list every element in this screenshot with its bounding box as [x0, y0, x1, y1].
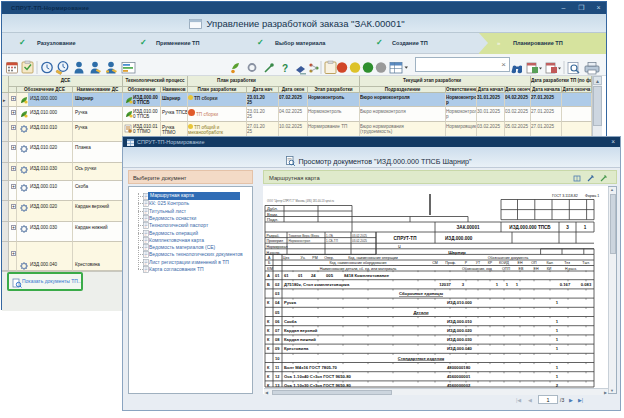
svg-text:Шарнир: Шарнир — [448, 250, 466, 255]
svg-text:Ч: Ч — [398, 244, 401, 249]
svg-text:Форма 1: Форма 1 — [585, 194, 599, 198]
svg-text:4560000001: 4560000001 — [447, 374, 471, 379]
svg-text:0.083: 0.083 — [581, 282, 592, 287]
svg-text:Наименование детали, сб. ед. и: Наименование детали, сб. ед. или материа… — [320, 267, 397, 271]
svg-text:КОИД: КОИД — [499, 261, 509, 265]
svg-text:Код, наименование операции: Код, наименование операции — [348, 256, 397, 260]
svg-text:12: 12 — [275, 374, 280, 379]
svg-text:1: 1 — [584, 225, 587, 230]
svg-text:Тпз: Тпз — [564, 261, 570, 265]
svg-text:Н.контр.: Н.контр. — [267, 251, 281, 255]
svg-text:ИЗД.000.010: ИЗД.000.010 — [447, 319, 473, 324]
svg-text:03.02.2025: 03.02.2025 — [352, 234, 367, 238]
svg-text:ИЗД.000.000: ИЗД.000.000 — [445, 236, 473, 241]
svg-text:06: 06 — [275, 319, 280, 324]
svg-text:12037: 12037 — [439, 282, 451, 287]
svg-text:Опер.: Опер. — [324, 256, 334, 260]
svg-text:24: 24 — [311, 273, 316, 278]
svg-text:005: 005 — [326, 273, 334, 278]
svg-text:10: 10 — [275, 356, 280, 361]
svg-text:Цех: Цех — [283, 256, 290, 260]
svg-text:Нормировал: Нормировал — [267, 245, 288, 249]
svg-text:ЗАК.00001: ЗАК.00001 — [456, 225, 479, 230]
svg-text:04: 04 — [275, 300, 280, 305]
svg-text:Сборочные единицы: Сборочные единицы — [399, 291, 443, 296]
svg-text:03.02.2025: 03.02.2025 — [352, 239, 367, 243]
svg-text:КИ: КИ — [547, 267, 552, 271]
svg-text:ИЗД.000.000 ТПСБ: ИЗД.000.000 ТПСБ — [509, 225, 551, 230]
svg-text:1-СБ-ТП: 1-СБ-ТП — [326, 239, 338, 243]
svg-text:Уч.: Уч. — [300, 256, 305, 260]
svg-text:Обозначение документа: Обозначение документа — [488, 256, 529, 260]
svg-text:1-ОБ: 1-ОБ — [326, 234, 333, 238]
svg-text:ИЗД.000.030: ИЗД.000.030 — [447, 337, 473, 342]
svg-text:Томилов Вера (Вера: Томилов Вера (Вера — [289, 234, 320, 238]
svg-text:Стандартные изделия: Стандартные изделия — [398, 356, 445, 361]
svg-text:Ручка: Ручка — [284, 300, 297, 305]
svg-text:Проверил: Проверил — [267, 239, 284, 243]
svg-text:ИЗД.000.020: ИЗД.000.020 — [447, 328, 473, 333]
svg-text:РМ: РМ — [312, 256, 317, 260]
svg-text:ОПП: ОПП — [502, 267, 510, 271]
svg-text:09: 09 — [275, 346, 280, 351]
svg-text:8418 Комплектование: 8418 Комплектование — [344, 273, 390, 278]
svg-text:Тшт.: Тшт. — [582, 261, 589, 265]
svg-text:Крестовина: Крестовина — [284, 346, 309, 351]
svg-text:01: 01 — [275, 273, 280, 278]
svg-text:Обозначение, код: Обозначение, код — [462, 267, 493, 271]
svg-text:0.167: 0.167 — [560, 282, 571, 287]
svg-text:Д75180к, Стол комплектовщика: Д75180к, Стол комплектовщика — [284, 282, 350, 287]
svg-text:ГОСТ 3.1118-82: ГОСТ 3.1118-82 — [552, 194, 578, 198]
svg-text:03: 03 — [275, 291, 280, 296]
svg-text:Детали: Детали — [414, 310, 429, 315]
svg-text:СПРУТ-ТП: СПРУТ-ТП — [394, 236, 417, 241]
svg-text:ИЗД.000.040: ИЗД.000.040 — [447, 346, 473, 351]
svg-text:Кшт.: Кшт. — [546, 261, 553, 265]
svg-text:3: 3 — [566, 225, 569, 230]
svg-text:01: 01 — [298, 273, 303, 278]
svg-text:Взам.: Взам. — [267, 212, 278, 217]
svg-text:Н.расх.: Н.расх. — [565, 267, 577, 271]
svg-text:КР: КР — [488, 261, 493, 265]
svg-text:Ось 1-10х40 Ст3сп ГОСТ 9650-80: Ось 1-10х40 Ст3сп ГОСТ 9650-80 — [284, 374, 352, 379]
svg-text:УТ: УТ — [476, 261, 481, 265]
svg-text:05: 05 — [275, 310, 280, 315]
svg-text:Нормоконтрол: Нормоконтрол — [289, 239, 311, 243]
svg-text:Дубл.: Дубл. — [267, 206, 278, 211]
svg-text:ЕН: ЕН — [518, 261, 523, 265]
svg-text:ЕН: ЕН — [534, 267, 539, 271]
svg-text:Разраб.: Разраб. — [267, 234, 280, 238]
svg-text:61: 61 — [284, 273, 289, 278]
svg-text:СМ: СМ — [432, 261, 438, 265]
svg-text:08: 08 — [275, 337, 280, 342]
svg-text:Кардан верхний: Кардан верхний — [284, 328, 318, 333]
svg-text:А: А — [267, 273, 270, 278]
svg-text:ОП: ОП — [531, 261, 537, 265]
svg-text:Болт М4х16 ГОСТ 7805-70: Болт М4х16 ГОСТ 7805-70 — [284, 365, 338, 370]
svg-text:Проф.: Проф. — [445, 261, 456, 265]
svg-text:ООО "Центр СПРУТ-Т" Москва, (4: ООО "Центр СПРУТ-Т" Москва, (495) 181-00… — [267, 199, 335, 203]
svg-text:?: ? — [282, 63, 288, 74]
svg-text:К/М: К/М — [267, 267, 273, 271]
svg-text:07: 07 — [275, 328, 280, 333]
svg-text:02: 02 — [275, 282, 280, 287]
svg-text:Код, наименование оборудования: Код, наименование оборудования — [330, 261, 387, 265]
svg-text:Скоба: Скоба — [284, 319, 297, 324]
svg-text:Кардан нижний: Кардан нижний — [284, 337, 316, 342]
svg-text:4800000180: 4800000180 — [447, 365, 471, 370]
svg-text:ИЗД.010.000: ИЗД.010.000 — [447, 300, 473, 305]
svg-text:ЕВ: ЕВ — [519, 267, 524, 271]
svg-text:Б: Б — [267, 282, 270, 287]
svg-text:Подл.: Подл. — [267, 217, 278, 222]
